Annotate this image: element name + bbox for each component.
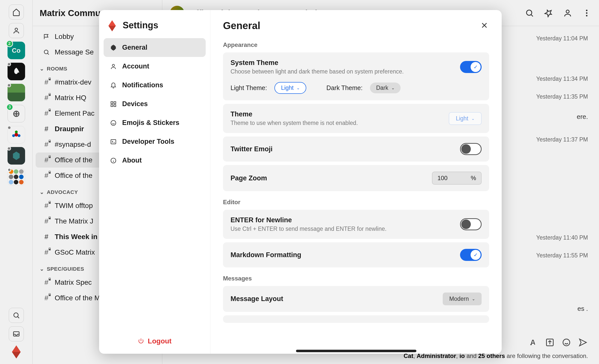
system-theme-card: System Theme Choose between light and da…: [223, 52, 489, 100]
nav-notifications[interactable]: Notifications: [104, 76, 206, 95]
space-avatar-3[interactable]: [8, 84, 25, 101]
svg-rect-30: [111, 105, 113, 107]
message-layout-select[interactable]: Modern ⌄: [443, 293, 482, 305]
page-title: General: [223, 20, 481, 31]
markdown-toggle[interactable]: ✓: [460, 249, 482, 261]
nav-emojis[interactable]: Emojis & Stickers: [104, 113, 206, 132]
theme-card: Theme Theme to use when system theme is …: [223, 104, 489, 133]
svg-point-25: [563, 339, 570, 346]
light-theme-label: Light Theme:: [231, 84, 267, 92]
toggle-knob: ✓: [471, 62, 481, 72]
bell-icon: [110, 82, 117, 89]
partial-text: es .: [577, 305, 588, 313]
space-avatar-co[interactable]: Co 2: [8, 42, 25, 59]
smile-icon: [110, 119, 117, 127]
info-icon: [110, 157, 117, 164]
timestamp: Yesterday 11:40 PM: [536, 234, 588, 241]
space-avatar-mosaic[interactable]: [8, 168, 25, 186]
svg-point-22: [586, 12, 587, 14]
nav-account[interactable]: Account: [104, 57, 206, 76]
svg-point-4: [18, 134, 20, 137]
markdown-card: Markdown Formatting ✓: [223, 242, 489, 267]
hash-icon: #: [43, 125, 50, 133]
timestamp: Yesterday 11:34 PM: [536, 76, 588, 82]
toggle-knob: [461, 144, 471, 154]
status-dot: [7, 147, 11, 151]
settings-nav: Settings General Account Notifications D…: [99, 10, 210, 354]
chevron-down-icon: ⌄: [472, 297, 475, 301]
settings-modal: Settings General Account Notifications D…: [99, 10, 502, 354]
svg-point-27: [112, 64, 115, 66]
hash-icon: #: [43, 79, 50, 86]
svg-rect-18: [49, 295, 51, 296]
page-zoom-input[interactable]: 100 %: [432, 172, 482, 185]
section-appearance: Appearance: [223, 41, 489, 48]
profile-button[interactable]: [9, 23, 24, 38]
hash-icon: #: [43, 110, 50, 117]
close-button[interactable]: [481, 22, 489, 30]
timestamp: Yesterday 11:37 PM: [536, 136, 588, 143]
terminal-icon: [110, 138, 117, 145]
nav-about[interactable]: About: [104, 151, 206, 170]
hash-icon: #: [43, 217, 50, 225]
message-layout-title: Message Layout: [231, 295, 438, 303]
search-label: Message Se: [55, 48, 94, 56]
svg-rect-9: [49, 94, 51, 96]
dark-theme-select[interactable]: Dark ⌄: [370, 83, 401, 93]
svg-point-20: [566, 10, 569, 13]
hash-icon: #: [43, 233, 50, 241]
hash-icon: #: [43, 172, 50, 179]
badge-count: 2: [6, 40, 13, 47]
emoji-icon[interactable]: [562, 338, 571, 347]
chevron-down-icon: ⌄: [40, 266, 44, 272]
format-icon[interactable]: [529, 338, 538, 347]
home-button[interactable]: [9, 5, 24, 20]
search-icon[interactable]: [525, 8, 534, 18]
space-avatar-globe[interactable]: ⊕ 3: [8, 105, 25, 122]
hash-icon: #: [43, 279, 50, 286]
timestamp: Yesterday 11:35 PM: [536, 93, 588, 100]
user-icon: [110, 63, 117, 70]
twitter-emoji-toggle[interactable]: [460, 143, 482, 155]
nav-devices[interactable]: Devices: [104, 95, 206, 113]
status-dot: [7, 83, 11, 87]
svg-point-5: [14, 313, 18, 317]
nav-devtools[interactable]: Developer Tools: [104, 132, 206, 151]
system-theme-toggle[interactable]: ✓: [460, 61, 482, 73]
app-logo[interactable]: [9, 345, 23, 359]
spaces-rail: Co 2 ⊕ 3: [0, 0, 33, 364]
power-icon: [138, 338, 144, 344]
inbox-button[interactable]: [9, 326, 24, 341]
theme-select[interactable]: Light ⌄: [449, 112, 482, 125]
light-theme-select[interactable]: Light ⌄: [274, 82, 306, 94]
space-avatar-hex[interactable]: [8, 147, 25, 165]
nav-general[interactable]: General: [104, 38, 206, 57]
logout-button[interactable]: Logout: [99, 329, 210, 354]
app-logo-icon: [108, 20, 118, 30]
search-button[interactable]: [9, 308, 24, 323]
space-avatar-wiki[interactable]: [8, 126, 25, 143]
svg-rect-12: [49, 157, 51, 158]
timestamp: Yesterday 11:04 PM: [536, 35, 588, 42]
more-icon[interactable]: [582, 8, 591, 18]
attach-icon[interactable]: [545, 338, 555, 347]
enter-newline-toggle[interactable]: [460, 218, 482, 230]
send-icon[interactable]: [578, 338, 588, 347]
chevron-down-icon: ⌄: [471, 116, 475, 121]
status-dot: [7, 126, 11, 130]
space-avatar-2[interactable]: [8, 63, 25, 80]
pin-icon[interactable]: [544, 8, 553, 18]
settings-content: General Appearance System Theme Choose b…: [210, 10, 502, 354]
next-card-partial: [223, 315, 489, 323]
svg-point-3: [12, 134, 15, 137]
hash-icon: #: [43, 202, 50, 209]
theme-title: Theme: [231, 110, 444, 118]
theme-desc: Theme to use when system theme is not en…: [231, 120, 444, 126]
composer-actions: [529, 338, 588, 347]
members-icon[interactable]: [563, 8, 572, 18]
status-dot: [7, 168, 11, 172]
svg-point-19: [527, 10, 532, 15]
chevron-down-icon: ⌄: [296, 86, 300, 90]
status-dot: [7, 62, 11, 66]
message-layout-card: Message Layout Modern ⌄: [223, 286, 489, 312]
